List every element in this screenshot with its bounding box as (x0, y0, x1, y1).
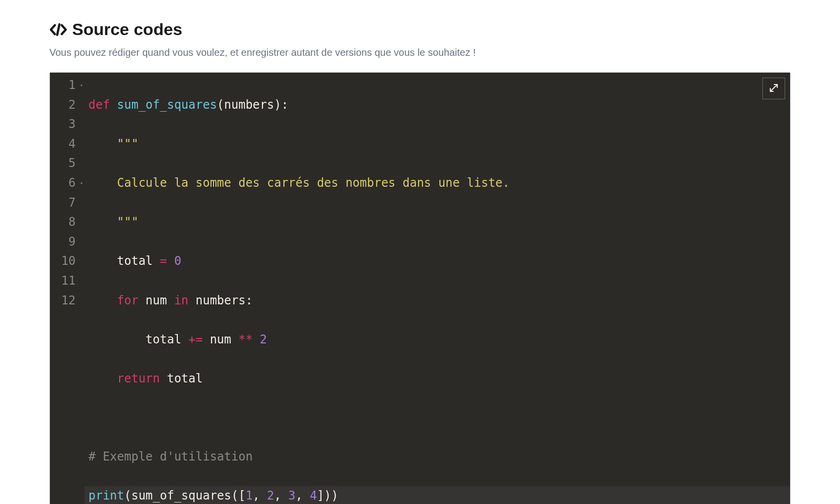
code-icon (49, 22, 67, 37)
code-content[interactable]: def sum_of_squares(numbers): """ Calcule… (84, 73, 790, 504)
svg-line-1 (770, 84, 777, 91)
line-number: 11 (57, 271, 81, 291)
code-editor[interactable]: 1▾23456▾789101112 def sum_of_squares(num… (50, 73, 790, 504)
line-number: 9 (57, 232, 81, 252)
expand-icon (768, 83, 779, 95)
svg-line-0 (57, 24, 60, 35)
line-number-gutter: 1▾23456▾789101112 (50, 73, 84, 504)
expand-button[interactable] (762, 78, 785, 99)
line-number: 3 (57, 115, 81, 134)
fold-marker-icon[interactable]: ▾ (80, 179, 83, 188)
line-number: 4 (57, 134, 81, 154)
page-title: Source codes (72, 20, 182, 39)
fold-marker-icon[interactable]: ▾ (80, 82, 83, 90)
line-number: 6▾ (57, 173, 81, 193)
line-number: 2 (57, 95, 81, 115)
line-number: 7 (57, 193, 81, 213)
line-number: 1▾ (57, 76, 81, 95)
line-number: 5 (57, 154, 81, 173)
line-number: 10 (57, 252, 81, 271)
panel-header: Source codes (49, 20, 791, 39)
line-number: 8 (57, 212, 81, 232)
editor-container: 1▾23456▾789101112 def sum_of_squares(num… (49, 72, 791, 504)
panel-subtitle: Vous pouvez rédiger quand vous voulez, e… (49, 47, 791, 58)
line-number: 12 (57, 291, 81, 311)
